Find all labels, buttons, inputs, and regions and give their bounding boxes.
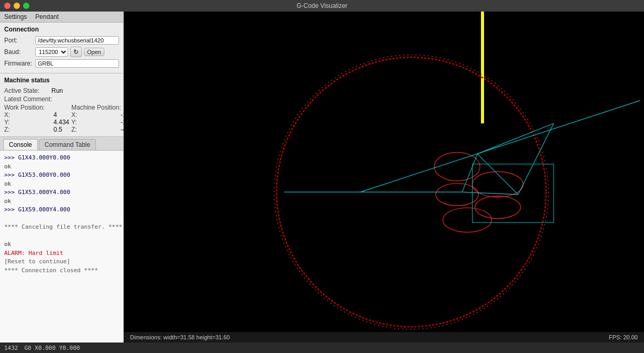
machine-y-label: Y:	[71, 119, 119, 126]
work-z-value: 0.5	[53, 126, 62, 133]
machine-status-title: Machine status	[4, 77, 119, 84]
console-line: **** Canceling file transfer. ****	[4, 223, 119, 232]
maximize-button[interactable]	[23, 3, 29, 9]
visualizer-canvas	[124, 12, 644, 343]
firmware-row: Firmware:	[4, 59, 119, 68]
work-x-value: 4	[53, 111, 57, 119]
console-line: ok	[4, 163, 119, 172]
open-button[interactable]: Open	[84, 48, 104, 56]
statusbar-gcode: G0 X0.000 Y0.000	[25, 345, 80, 351]
baud-label: Baud:	[4, 48, 33, 56]
console-line: **** Connection closed ****	[4, 266, 119, 275]
refresh-button[interactable]: ↻	[70, 47, 82, 57]
fps-text: FPS: 20.00	[609, 334, 638, 340]
firmware-input[interactable]	[35, 59, 119, 68]
menu-pendant[interactable]: Pendant	[33, 13, 61, 21]
console-line: ALARM: Hard limit	[4, 249, 119, 258]
firmware-label: Firmware:	[4, 60, 33, 67]
console-line: >>> G1X53.000Y0.000	[4, 171, 119, 180]
svg-rect-0	[132, 12, 636, 343]
close-button[interactable]	[4, 3, 10, 9]
machine-x-label: X:	[71, 111, 119, 119]
menu-settings[interactable]: Settings	[2, 13, 29, 21]
visualizer[interactable]: Dimensions: width=31.58 height=31.60 FPS…	[124, 12, 644, 343]
port-label: Port:	[4, 37, 33, 44]
console-line	[4, 232, 119, 241]
console-line: [Reset to continue]	[4, 258, 119, 266]
latest-comment-row: Latest Comment:	[4, 95, 119, 103]
titlebar: G-Code Visualizer	[0, 0, 644, 12]
dimensions-text: Dimensions: width=31.58 height=31.60	[130, 334, 230, 340]
port-row: Port:	[4, 36, 119, 45]
tab-command-table[interactable]: Command Table	[39, 139, 96, 150]
active-state-value: Run	[51, 87, 63, 94]
work-z-label: Z:	[4, 126, 51, 133]
machine-status-section: Machine status Active State: Run Latest …	[0, 73, 123, 137]
work-y-label: Y:	[4, 119, 51, 126]
tabs-container: Console Command Table	[0, 137, 123, 151]
work-y-value: 4.434	[53, 119, 69, 126]
baud-select[interactable]: 115200 9600 19200 38400 57600 230400	[35, 47, 68, 57]
window-controls[interactable]	[4, 3, 29, 9]
work-x-label: X:	[4, 111, 51, 119]
statusbar-line-number: 1432	[4, 345, 18, 351]
left-panel: Settings Pendant Connection Port: Baud: …	[0, 12, 124, 343]
visualizer-footer: Dimensions: width=31.58 height=31.60 FPS…	[124, 332, 644, 343]
work-position-col: Work Position: X: 4 Y: 4.434 Z: 0.5	[4, 104, 69, 133]
console-line: ok	[4, 197, 119, 206]
console-line: ok	[4, 180, 119, 189]
connection-section: Connection Port: Baud: 115200 9600 19200…	[0, 23, 123, 73]
console-line	[4, 215, 119, 223]
work-position-label: Work Position:	[4, 104, 69, 111]
console-line: >>> G1X59.000Y4.000	[4, 206, 119, 215]
statusbar: 1432 G0 X0.000 Y0.000	[0, 343, 644, 353]
minimize-button[interactable]	[14, 3, 20, 9]
main-layout: Settings Pendant Connection Port: Baud: …	[0, 12, 644, 343]
console-line: >>> G1X53.000Y4.000	[4, 188, 119, 197]
console-line: ok	[4, 240, 119, 249]
menubar: Settings Pendant	[0, 12, 123, 23]
window-title: G-Code Visualizer	[296, 2, 347, 9]
active-state-label: Active State:	[4, 87, 51, 94]
baud-row: Baud: 115200 9600 19200 38400 57600 2304…	[4, 47, 119, 57]
console-line: >>> G1X43.000Y0.000	[4, 154, 119, 163]
active-state-row: Active State: Run	[4, 87, 119, 94]
position-row: Work Position: X: 4 Y: 4.434 Z: 0.5	[4, 104, 119, 133]
console-area[interactable]: >>> G1X43.000Y0.000 ok >>> G1X53.000Y0.0…	[0, 151, 123, 343]
port-input[interactable]	[35, 36, 119, 45]
latest-comment-label: Latest Comment:	[4, 95, 52, 103]
machine-z-label: Z:	[71, 126, 119, 133]
connection-title: Connection	[4, 26, 119, 33]
tab-console[interactable]: Console	[3, 139, 38, 150]
